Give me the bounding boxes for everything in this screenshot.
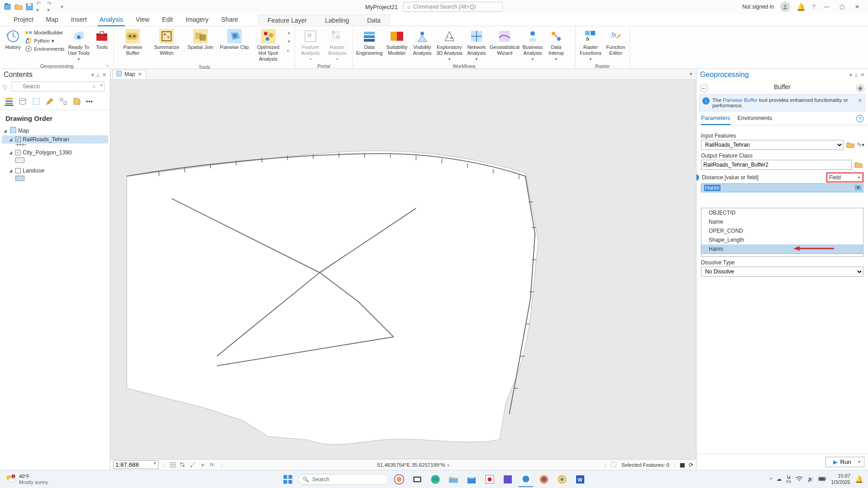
gp-pin-icon[interactable]: ⊥ [854, 72, 858, 78]
dd-item-harim[interactable]: Harim [701, 244, 863, 254]
pane-close-icon[interactable]: ✕ [102, 72, 106, 78]
tab-analysis[interactable]: Analysis [93, 14, 129, 26]
data-engineering-button[interactable]: Data Engineering [356, 28, 383, 57]
history-button[interactable]: History [3, 28, 23, 51]
feature-analysis-button[interactable]: Feature Analysis▾ [298, 28, 323, 62]
battery-icon[interactable] [818, 476, 826, 483]
search-icon[interactable]: ⌕ [92, 83, 95, 89]
coord-dropdown-icon[interactable]: ▼ [447, 464, 450, 468]
pane-dropdown-icon[interactable]: ▾ [91, 72, 94, 78]
distance-type-select[interactable]: Field ▼ [826, 172, 863, 182]
firefox-icon[interactable] [536, 472, 552, 487]
pause-icon[interactable]: ▮▮ [680, 462, 684, 468]
dd-item-opercond[interactable]: OPER_COND [701, 226, 863, 235]
spatial-join-button[interactable]: Spatial Join [185, 28, 217, 51]
user-avatar-icon[interactable] [780, 2, 790, 12]
layer-landuse-symbol[interactable] [2, 175, 108, 182]
layer-checkbox[interactable] [15, 168, 21, 173]
raster-analysis-button[interactable]: Raster Analysis▾ [325, 28, 350, 62]
pairwise-clip-button[interactable]: Pairwise Clip [218, 28, 250, 51]
window-maximize[interactable]: ▢ [837, 4, 846, 10]
signin-text[interactable]: Not signed in [742, 4, 774, 10]
sb-snap-icon[interactable] [169, 461, 177, 469]
scale-input[interactable] [113, 460, 158, 469]
volume-icon[interactable]: 🔊 [807, 476, 814, 482]
tab-parameters[interactable]: Parameters [701, 115, 730, 125]
layer-checkbox[interactable]: ✓ [15, 137, 21, 142]
gallery-down-icon[interactable]: ▼ [287, 39, 291, 44]
list-by-labeling-icon[interactable] [72, 97, 81, 106]
dd-item-shapelength[interactable]: Shape_Length [701, 235, 863, 244]
pane-pin-icon[interactable]: ⊥ [96, 72, 100, 78]
sb-constraints-icon[interactable] [189, 461, 197, 469]
dd-item-objectid[interactable]: OBJECTID [701, 208, 863, 217]
business-button[interactable]: Business Analysis▾ [521, 28, 544, 62]
qat-redo-icon[interactable]: ↷ ▾ [47, 3, 55, 11]
app-icon-1[interactable] [482, 472, 497, 487]
layer-railroads-symbol[interactable] [2, 144, 108, 146]
list-by-source-icon[interactable] [18, 97, 27, 106]
refresh-icon[interactable]: ⟳ [689, 462, 693, 468]
store-icon[interactable] [464, 472, 479, 487]
browse-icon[interactable] [845, 140, 855, 150]
word-icon[interactable]: W [572, 472, 588, 487]
view-dropdown-icon[interactable]: ▼ [689, 72, 696, 77]
search-dropdown-icon[interactable]: ▾ [100, 83, 103, 87]
dissolve-select[interactable]: No Dissolve [701, 267, 863, 277]
pairwise-buffer-link[interactable]: Pairwise Buffer [723, 97, 758, 103]
weather-widget[interactable]: 1 40°FMostly sunny [5, 473, 48, 485]
sb-correction-icon[interactable] [199, 461, 207, 469]
window-close[interactable]: ✕ [853, 4, 862, 10]
command-search[interactable]: ⌕ Command Search (Alt+Q) [403, 2, 503, 12]
layer-railroads[interactable]: ◢✓RailRoads_Tehran [2, 135, 108, 144]
tab-share[interactable]: Share [215, 14, 244, 26]
qat-customize-icon[interactable]: ▾ [58, 3, 66, 11]
edit-icon[interactable]: ✎▾ [857, 142, 863, 148]
python-button[interactable]: Python ▾ [25, 37, 64, 44]
layer-landuse[interactable]: ◢Landuse [2, 167, 108, 175]
tab-imagery[interactable]: Imagery [179, 14, 215, 26]
notifications-icon[interactable]: 🔔 [796, 3, 806, 11]
explorer-icon[interactable] [446, 472, 461, 487]
modelbuilder-button[interactable]: ModelBuilder [25, 29, 64, 36]
tab-map[interactable]: Map [40, 14, 65, 26]
app-icon-2[interactable] [500, 472, 515, 487]
network-button[interactable]: Network Analysis▾ [465, 28, 488, 62]
tab-edit[interactable]: Edit [156, 14, 179, 26]
tab-view[interactable]: View [129, 14, 156, 26]
param-info-icon[interactable]: i [696, 174, 699, 181]
scale-dropdown-icon[interactable]: ▼ [153, 461, 157, 465]
gallery-expand-icon[interactable]: ▾ [287, 48, 291, 53]
onedrive-icon[interactable]: ☁ [777, 476, 782, 482]
chrome-icon[interactable] [554, 472, 570, 487]
edge-icon[interactable] [428, 472, 443, 487]
taskview-icon[interactable] [410, 472, 425, 487]
environments-button[interactable]: Environments [25, 45, 64, 53]
arcgis-icon[interactable] [518, 472, 534, 487]
distance-field-select[interactable]: Harim ▼ [701, 183, 863, 192]
hotspot-button[interactable]: Optimized Hot Spot Analysis [252, 28, 284, 63]
gallery-up-icon[interactable]: ▲ [287, 30, 291, 35]
run-button[interactable]: ▶ Run [825, 457, 864, 467]
wifi-icon[interactable] [796, 475, 803, 483]
clock[interactable]: 15:071/3/2025 [831, 473, 850, 485]
suitability-button[interactable]: Suitability Modeler [385, 28, 409, 57]
taskbar-search[interactable]: 🔍Search [298, 474, 389, 485]
qat-undo-icon[interactable]: ↶ ▾ [36, 3, 44, 11]
qat-new-project-icon[interactable] [4, 3, 12, 11]
help-icon[interactable]: ? [856, 115, 863, 122]
start-button[interactable] [280, 472, 296, 487]
tab-project[interactable]: Project [7, 14, 40, 26]
layer-checkbox[interactable]: ✓ [15, 150, 21, 155]
qat-save-icon[interactable] [25, 3, 33, 11]
layer-city-symbol[interactable] [2, 157, 108, 164]
gp-dropdown-icon[interactable]: ▾ [849, 72, 852, 78]
back-button[interactable]: ← [700, 84, 708, 92]
layer-city[interactable]: ◢✓City_Polygon_1390 [2, 148, 108, 157]
map-node[interactable]: ◢Map [2, 126, 108, 135]
tray-chevron-icon[interactable]: ^ [770, 477, 772, 482]
function-editor-button[interactable]: fxFunction Editor [605, 28, 627, 57]
filter-icon[interactable]: ▽ [3, 84, 7, 91]
contents-search-input[interactable] [11, 81, 105, 91]
visibility-button[interactable]: Visibility Analysis [411, 28, 434, 57]
